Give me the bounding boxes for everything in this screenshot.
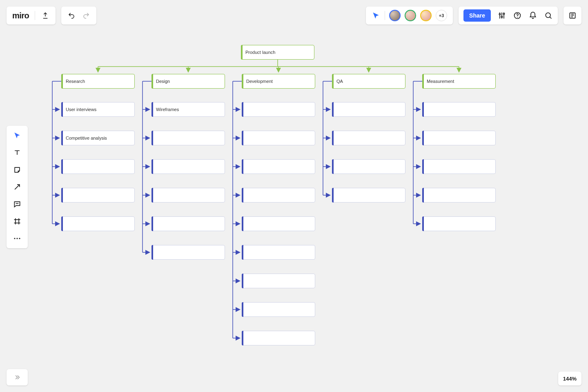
redo-icon[interactable]	[82, 11, 91, 20]
diagram-item-label: Competitive analysis	[66, 136, 107, 140]
svg-point-5	[546, 13, 550, 18]
tool-toolbar	[7, 126, 28, 248]
diagram-item-box[interactable]	[151, 245, 225, 260]
avatar[interactable]	[389, 10, 401, 21]
diagram-item-box[interactable]	[242, 331, 315, 345]
diagram-item-box[interactable]	[422, 188, 496, 203]
svg-point-8	[16, 238, 18, 239]
diagram-header-label: QA	[336, 79, 343, 84]
more-tools-icon[interactable]	[11, 233, 23, 244]
collaborators-pill: +3	[366, 7, 453, 24]
diagram-item-label: Wireframes	[156, 107, 179, 112]
settings-icon[interactable]	[497, 11, 506, 20]
panel-toggle[interactable]	[564, 7, 581, 24]
separator	[385, 11, 385, 20]
diagram-item-box[interactable]	[242, 159, 315, 174]
diagram-header-label: Measurement	[427, 79, 454, 84]
actions-pill: Share	[459, 7, 558, 24]
diagram-item-box[interactable]	[422, 131, 496, 145]
undo-icon[interactable]	[67, 11, 76, 20]
svg-point-1	[501, 16, 502, 18]
diagram-item-box[interactable]	[332, 102, 405, 117]
diagram-item-box[interactable]	[151, 188, 225, 203]
svg-point-2	[503, 13, 504, 14]
zoom-level[interactable]: 144%	[558, 372, 581, 385]
help-icon[interactable]	[513, 11, 522, 20]
diagram-item-box[interactable]: User interviews	[61, 102, 135, 117]
diagram-header-label: Research	[66, 79, 85, 84]
diagram-header-label: Product launch	[245, 50, 275, 55]
avatar[interactable]	[420, 10, 432, 21]
notifications-icon[interactable]	[528, 11, 537, 20]
diagram-item-box[interactable]	[151, 216, 225, 231]
select-tool-icon[interactable]	[11, 130, 23, 141]
search-icon[interactable]	[544, 11, 553, 20]
avatar[interactable]	[405, 10, 416, 21]
diagram-item-box[interactable]	[242, 131, 315, 145]
svg-point-0	[499, 13, 500, 15]
app-logo[interactable]: miro	[12, 11, 29, 20]
diagram-item-box[interactable]	[242, 274, 315, 288]
diagram-item-box[interactable]	[151, 159, 225, 174]
expand-panel-button[interactable]	[7, 369, 28, 385]
diagram-header-box[interactable]: Research	[61, 74, 135, 89]
diagram-item-box[interactable]	[242, 188, 315, 203]
diagram-item-box[interactable]	[332, 159, 405, 174]
diagram-item-box[interactable]	[422, 159, 496, 174]
presence-cursor-icon[interactable]	[372, 11, 381, 20]
diagram-item-box[interactable]	[422, 216, 496, 231]
diagram-item-box[interactable]	[151, 131, 225, 145]
diagram-item-box[interactable]	[242, 216, 315, 231]
separator	[35, 11, 35, 20]
text-tool-icon[interactable]	[11, 147, 23, 158]
diagram-header-label: Development	[246, 79, 273, 84]
history-pill	[61, 7, 96, 24]
share-button[interactable]: Share	[463, 9, 491, 22]
diagram-item-box[interactable]: Wireframes	[151, 102, 225, 117]
diagram-header-box[interactable]: Design	[151, 74, 225, 89]
diagram-item-box[interactable]	[332, 188, 405, 203]
avatar-overflow[interactable]: +3	[436, 10, 447, 21]
diagram-header-box[interactable]: Development	[242, 74, 315, 89]
diagram-item-box[interactable]	[332, 131, 405, 145]
diagram-item-box[interactable]	[61, 159, 135, 174]
diagram-item-box[interactable]	[61, 188, 135, 203]
diagram-item-box[interactable]	[61, 216, 135, 231]
arrow-tool-icon[interactable]	[11, 181, 23, 193]
export-icon[interactable]	[41, 11, 50, 20]
diagram-header-box[interactable]: Product launch	[241, 45, 314, 60]
sticky-note-tool-icon[interactable]	[11, 164, 23, 176]
diagram-item-box[interactable]	[242, 102, 315, 117]
diagram-item-box[interactable]	[422, 102, 496, 117]
diagram-item-box[interactable]	[242, 245, 315, 260]
diagram-header-box[interactable]: Measurement	[422, 74, 496, 89]
diagram-item-box[interactable]	[242, 302, 315, 317]
svg-point-7	[14, 238, 15, 239]
board-canvas[interactable]: Product launchResearchUser interviewsCom…	[0, 0, 588, 392]
diagram-header-box[interactable]: QA	[332, 74, 405, 89]
diagram-header-label: Design	[156, 79, 170, 84]
svg-point-4	[517, 17, 518, 18]
logo-pill: miro	[7, 7, 56, 24]
zoom-level-label: 144%	[563, 376, 577, 382]
comment-tool-icon[interactable]	[11, 198, 23, 210]
diagram-item-box[interactable]: Competitive analysis	[61, 131, 135, 145]
diagram-item-label: User interviews	[66, 107, 96, 112]
svg-point-9	[19, 238, 20, 239]
frame-tool-icon[interactable]	[11, 216, 23, 227]
